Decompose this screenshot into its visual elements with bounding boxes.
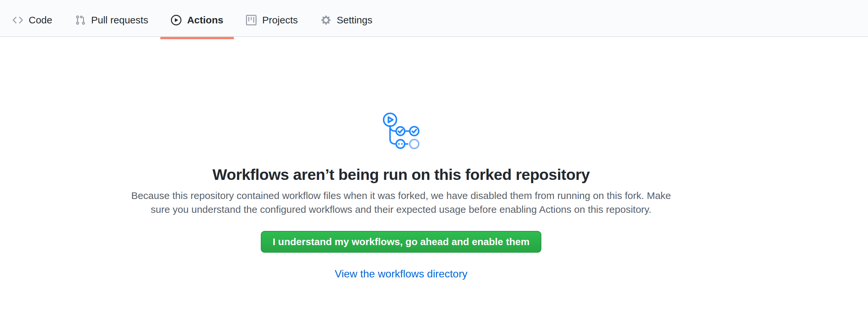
code-icon [12, 15, 23, 25]
blankslate-description: Because this repository contained workfl… [121, 189, 681, 216]
blankslate-title: Workflows aren’t being run on this forke… [95, 165, 707, 184]
tab-label: Pull requests [91, 15, 148, 25]
tab-label: Actions [187, 15, 223, 25]
tab-settings[interactable]: Settings [310, 4, 383, 36]
tab-label: Projects [262, 15, 298, 25]
tab-projects[interactable]: Projects [236, 4, 308, 36]
tab-label: Code [29, 15, 52, 25]
play-icon [171, 15, 181, 25]
tab-pull-requests[interactable]: Pull requests [65, 4, 159, 36]
git-pull-request-icon [75, 15, 86, 25]
view-workflows-directory-link[interactable]: View the workflows directory [335, 268, 467, 280]
project-icon [246, 15, 256, 25]
tab-label: Settings [337, 15, 372, 25]
enable-workflows-button[interactable]: I understand my workflows, go ahead and … [261, 231, 541, 253]
workflow-graph-icon [382, 111, 420, 150]
gear-icon [321, 15, 331, 25]
tab-code[interactable]: Code [2, 4, 63, 36]
actions-blankslate: Workflows aren’t being run on this forke… [95, 37, 707, 280]
repo-nav: Code Pull requests Actions Projects Sett… [0, 0, 868, 37]
tab-actions[interactable]: Actions [160, 4, 234, 36]
